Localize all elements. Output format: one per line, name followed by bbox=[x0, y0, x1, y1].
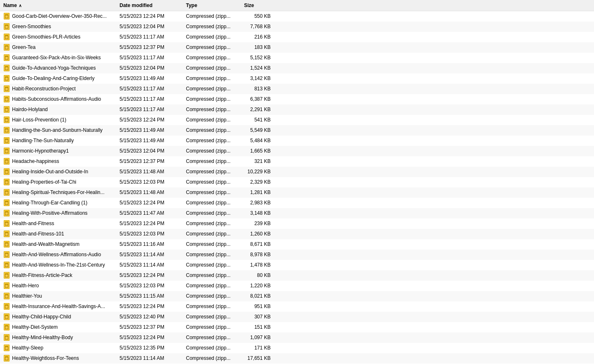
file-name-cell: Good-Carb-Diet-Overview-Over-350-Rec... bbox=[0, 12, 116, 21]
table-row[interactable]: Healing-With-Positive-Affirmations5/15/2… bbox=[0, 208, 594, 218]
file-type: Compressed (zipp... bbox=[183, 32, 241, 41]
zip-file-icon bbox=[3, 75, 10, 82]
table-row[interactable]: Handling-the-Sun-and-Sunburn-Naturally5/… bbox=[0, 125, 594, 136]
table-row[interactable]: Guide-To-Advanced-Yoga-Techniques5/15/20… bbox=[0, 63, 594, 73]
table-row[interactable]: Health-Fitness-Article-Pack5/15/2023 12:… bbox=[0, 270, 594, 281]
file-name: Healing-Inside-Out-and-Outside-In bbox=[12, 168, 88, 175]
table-row[interactable]: Health-Insurance-And-Health-Savings-A...… bbox=[0, 301, 594, 312]
table-row[interactable]: Harmonic-Hypnotherapy15/15/2023 12:04 PM… bbox=[0, 146, 594, 156]
file-type: Compressed (zipp... bbox=[183, 95, 241, 104]
file-size: 1,281 KB bbox=[241, 188, 274, 197]
table-row[interactable]: Guaranteed-Six-Pack-Abs-in-Six-Weeks5/15… bbox=[0, 53, 594, 63]
table-row[interactable]: Healing-Through-Ear-Candling (1)5/15/202… bbox=[0, 198, 594, 208]
zip-file-icon bbox=[3, 96, 10, 102]
table-row[interactable]: Health-and-Fitness5/15/2023 12:24 PMComp… bbox=[0, 218, 594, 229]
zip-file-icon bbox=[3, 54, 10, 61]
file-name-cell: Guide-To-Dealing-And-Caring-Elderly bbox=[0, 74, 116, 83]
file-date: 5/15/2023 11:17 AM bbox=[116, 95, 183, 104]
zip-file-icon bbox=[3, 13, 10, 19]
table-row[interactable]: Green-Smoothies5/15/2023 12:04 PMCompres… bbox=[0, 22, 594, 32]
table-row[interactable]: Green-Smoothies-PLR-Articles5/15/2023 11… bbox=[0, 32, 594, 42]
table-row[interactable]: Health-and-Fitness-1015/15/2023 12:03 PM… bbox=[0, 229, 594, 239]
file-type: Compressed (zipp... bbox=[183, 167, 241, 176]
table-row[interactable]: Health-Hero5/15/2023 12:03 PMCompressed … bbox=[0, 281, 594, 291]
table-row[interactable]: Habits-Subconscious-Affirmations-Audio5/… bbox=[0, 94, 594, 104]
file-date: 5/15/2023 12:03 PM bbox=[116, 177, 183, 187]
file-name: Guide-To-Dealing-And-Caring-Elderly bbox=[12, 75, 95, 82]
table-row[interactable]: Healing-Properties-of-Tai-Chi5/15/2023 1… bbox=[0, 177, 594, 187]
table-row[interactable]: Hair-Loss-Prevention (1)5/15/2023 12:24 … bbox=[0, 115, 594, 125]
table-row[interactable]: Healing-Spiritual-Techniques-For-Healin.… bbox=[0, 187, 594, 198]
file-type: Compressed (zipp... bbox=[183, 219, 241, 228]
file-size: 1,524 KB bbox=[241, 63, 274, 73]
table-row[interactable]: Habit-Reconstruction-Project5/15/2023 11… bbox=[0, 84, 594, 94]
table-row[interactable]: Hairdo-Holyland5/15/2023 11:17 AMCompres… bbox=[0, 104, 594, 115]
table-row[interactable]: Healthy-Weightloss-For-Teens5/15/2023 11… bbox=[0, 353, 594, 364]
file-size: 6,387 KB bbox=[241, 95, 274, 104]
table-row[interactable]: Health-And-Wellness-Affirmations-Audio5/… bbox=[0, 250, 594, 260]
file-name-cell: Health-and-Fitness bbox=[0, 219, 116, 228]
file-size: 2,329 KB bbox=[241, 177, 274, 187]
zip-file-icon bbox=[3, 199, 10, 206]
file-size: 216 KB bbox=[241, 32, 274, 41]
file-name: Health-Fitness-Article-Pack bbox=[12, 272, 72, 279]
header-size[interactable]: Size bbox=[241, 1, 274, 10]
zip-file-icon bbox=[3, 293, 10, 299]
table-row[interactable]: Health-And-Wellness-In-The-21st-Century5… bbox=[0, 260, 594, 270]
table-row[interactable]: Health-and-Wealth-Magnetism5/15/2023 11:… bbox=[0, 239, 594, 250]
file-size: 1,097 KB bbox=[241, 333, 274, 342]
table-row[interactable]: Handling-The-Sun-Naturally5/15/2023 11:4… bbox=[0, 136, 594, 146]
file-date: 5/15/2023 12:37 PM bbox=[116, 157, 183, 166]
file-name-cell: Healthy-Mind-Healthy-Body bbox=[0, 333, 116, 342]
file-type: Compressed (zipp... bbox=[183, 302, 241, 311]
file-name-cell: Guide-To-Advanced-Yoga-Techniques bbox=[0, 63, 116, 73]
zip-file-icon bbox=[3, 106, 10, 113]
table-row[interactable]: Healthy-Mind-Healthy-Body5/15/2023 12:24… bbox=[0, 332, 594, 343]
file-type: Compressed (zipp... bbox=[183, 240, 241, 249]
file-name-cell: Healing-Inside-Out-and-Outside-In bbox=[0, 167, 116, 176]
file-name: Headache-happiness bbox=[12, 158, 59, 165]
file-list: Good-Carb-Diet-Overview-Over-350-Rec...5… bbox=[0, 11, 594, 364]
file-size: 1,478 KB bbox=[241, 260, 274, 269]
file-type: Compressed (zipp... bbox=[183, 105, 241, 114]
table-row[interactable]: Healing-Inside-Out-and-Outside-In5/15/20… bbox=[0, 167, 594, 177]
file-name: Health-and-Fitness-101 bbox=[12, 230, 64, 238]
zip-file-icon bbox=[3, 127, 10, 133]
file-name-cell: Healing-With-Positive-Affirmations bbox=[0, 209, 116, 218]
file-name: Green-Smoothies-PLR-Articles bbox=[12, 33, 81, 41]
zip-file-icon bbox=[3, 334, 10, 341]
zip-file-icon bbox=[3, 210, 10, 216]
file-name-cell: Health-Hero bbox=[0, 281, 116, 290]
table-row[interactable]: Healthy-Child-Happy-Child5/15/2023 12:40… bbox=[0, 312, 594, 322]
file-name-cell: Green-Smoothies bbox=[0, 22, 116, 31]
table-row[interactable]: Headache-happiness5/15/2023 12:37 PMComp… bbox=[0, 156, 594, 167]
header-type[interactable]: Type bbox=[183, 1, 241, 10]
file-name-cell: Handling-The-Sun-Naturally bbox=[0, 136, 116, 145]
file-name-cell: Headache-happiness bbox=[0, 157, 116, 166]
file-name: Health-Hero bbox=[12, 282, 39, 289]
file-size: 10,229 KB bbox=[241, 167, 274, 176]
file-type: Compressed (zipp... bbox=[183, 126, 241, 135]
file-date: 5/15/2023 12:37 PM bbox=[116, 323, 183, 332]
file-name-cell: Habit-Reconstruction-Project bbox=[0, 84, 116, 93]
file-name: Healthy-Diet-System bbox=[12, 323, 58, 331]
file-size: 7,768 KB bbox=[241, 22, 274, 31]
table-row[interactable]: Healthy-Diet-System5/15/2023 12:37 PMCom… bbox=[0, 322, 594, 332]
file-name-cell: Healthier-You bbox=[0, 291, 116, 301]
file-date: 5/15/2023 11:16 AM bbox=[116, 240, 183, 249]
file-name: Healing-Through-Ear-Candling (1) bbox=[12, 199, 87, 206]
header-date[interactable]: Date modified bbox=[116, 1, 183, 10]
file-type: Compressed (zipp... bbox=[183, 260, 241, 269]
file-name-cell: Health-and-Wealth-Magnetism bbox=[0, 240, 116, 249]
header-name[interactable]: Name ∧ bbox=[0, 1, 116, 10]
table-row[interactable]: Healthy-Sleep5/15/2023 12:35 PMCompresse… bbox=[0, 343, 594, 353]
file-size: 5,484 KB bbox=[241, 136, 274, 145]
file-name-cell: Habits-Subconscious-Affirmations-Audio bbox=[0, 95, 116, 104]
table-row[interactable]: Guide-To-Dealing-And-Caring-Elderly5/15/… bbox=[0, 73, 594, 84]
type-header-label: Type bbox=[186, 2, 197, 8]
table-row[interactable]: Good-Carb-Diet-Overview-Over-350-Rec...5… bbox=[0, 11, 594, 22]
file-name-cell: Healthy-Weightloss-For-Teens bbox=[0, 354, 116, 363]
table-row[interactable]: Green-Tea5/15/2023 12:37 PMCompressed (z… bbox=[0, 42, 594, 53]
file-type: Compressed (zipp... bbox=[183, 354, 241, 363]
table-row[interactable]: Healthier-You5/15/2023 11:15 AMCompresse… bbox=[0, 291, 594, 301]
